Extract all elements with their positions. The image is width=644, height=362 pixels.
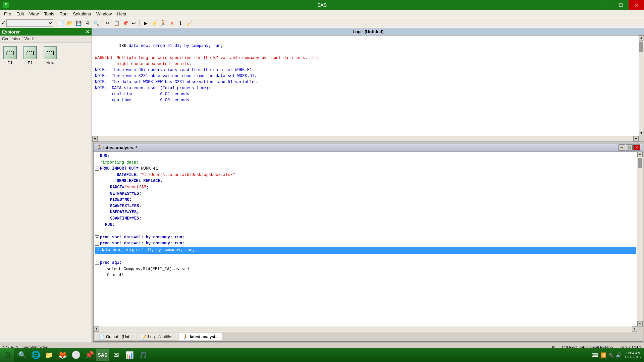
code-line-run2: RUN;: [95, 222, 636, 228]
tray-keyboard-icon[interactable]: ⌨: [592, 352, 598, 358]
copy-button[interactable]: 📋: [112, 19, 120, 27]
menu-view[interactable]: View: [26, 11, 41, 17]
log-scroll-track[interactable]: [639, 41, 644, 131]
log-scroll-down[interactable]: ▼: [639, 131, 644, 136]
tray-volume-icon[interactable]: 🔊: [616, 352, 622, 358]
code-line-dbms: DBMS=EXCEL REPLACE;: [95, 178, 636, 184]
taskbar-chrome[interactable]: ⚪: [69, 349, 82, 361]
log-hscrollbar[interactable]: ◄ ►: [92, 136, 639, 141]
tray-network-icon[interactable]: 📶: [600, 352, 606, 358]
menu-run[interactable]: Run: [57, 11, 70, 17]
taskbar-ie[interactable]: 🌐: [29, 349, 42, 361]
taskbar-sas[interactable]: SAS: [96, 349, 109, 361]
close-button[interactable]: ✕: [629, 0, 644, 10]
taskbar-search[interactable]: 🔍: [16, 349, 29, 361]
new-button[interactable]: 📄: [57, 19, 65, 27]
start-button[interactable]: ⊞: [0, 348, 14, 362]
code-line-mixed: MIXED=NO;: [95, 197, 636, 203]
code-line-data-merge[interactable]: ─ data new; merge e1 d1; by company; run…: [95, 247, 636, 254]
maximize-button[interactable]: □: [613, 0, 629, 10]
menu-file[interactable]: File: [1, 11, 14, 17]
log-vscrollbar[interactable]: ▲ ▼: [639, 36, 644, 136]
code-line-from: from d*: [95, 272, 636, 279]
tab-log[interactable]: 📝 Log - (Untitle...: [137, 333, 178, 341]
menu-help[interactable]: Help: [114, 11, 129, 17]
explorer-close-button[interactable]: ✕: [86, 29, 90, 35]
editor-scroll-down[interactable]: ▼: [637, 321, 643, 326]
editor-maximize[interactable]: □: [626, 144, 633, 150]
editor-scroll-thumb[interactable]: [638, 158, 642, 168]
editor-content[interactable]: RUN; *importing data; ─ PROC IMPORT OUT=…: [94, 152, 643, 332]
log-line-warning1: WARNING: Multiple lengths were specified…: [95, 55, 637, 61]
code-line-usedate: USEDATE=YES;: [95, 209, 636, 216]
log-scroll-right[interactable]: ►: [633, 136, 639, 141]
save-button[interactable]: 💾: [74, 19, 83, 27]
code-line-proc-sql: ─ proc sql;: [95, 260, 636, 266]
editor-minimize[interactable]: ─: [619, 144, 625, 150]
explorer-icon-new[interactable]: 🗃 New: [44, 46, 57, 339]
editor-header: 🏃 latest analysis. * ─ □ ✕: [94, 143, 643, 152]
toolbar-select[interactable]: [6, 19, 53, 27]
editor-hscrollbar[interactable]: ◄ ►: [94, 326, 637, 332]
undo-button[interactable]: ↩: [130, 19, 138, 27]
tray-network-icon2[interactable]: 🔌: [608, 352, 614, 358]
log-scroll-up[interactable]: ▲: [639, 36, 644, 41]
taskbar-app3[interactable]: 🎵: [137, 349, 149, 361]
stop-button[interactable]: ✕: [168, 19, 176, 27]
run-button1[interactable]: ▶: [142, 19, 150, 27]
code-line-cmt: *importing data;: [95, 160, 636, 166]
log-line-note4: NOTE: DATA statement used (Total process…: [95, 85, 637, 91]
menu-edit[interactable]: Edit: [14, 11, 26, 17]
editor-scroll-left[interactable]: ◄: [94, 326, 99, 332]
run-button2[interactable]: ⚡: [150, 19, 158, 27]
menu-solutions[interactable]: Solutions: [70, 11, 94, 17]
log-scroll-left[interactable]: ◄: [92, 136, 98, 141]
windows-taskbar: ⊞ 🔍 🌐 📁 🦊 ⚪ 📌 SAS ✉ 📊 🎵 ⌨ 📶 🔌 🔊 11:04 AM…: [0, 348, 644, 362]
editor-scroll-right[interactable]: ►: [632, 326, 637, 332]
print-button[interactable]: 🖨: [83, 19, 91, 27]
editor-scroll-up[interactable]: ▲: [637, 152, 643, 157]
log-content[interactable]: 186 data new; merge e1 d1; by company; r…: [92, 36, 644, 141]
taskbar-app1[interactable]: 📌: [83, 349, 96, 361]
info-button[interactable]: ℹ: [176, 19, 184, 27]
menu-window[interactable]: Window: [94, 11, 114, 17]
e1-label: E1: [28, 61, 33, 65]
code-line-scantext: SCANTEXT=YES;: [95, 203, 636, 209]
log-line-note1: NOTE: There were 657 observations read f…: [95, 67, 637, 73]
menu-tools[interactable]: Tools: [41, 11, 57, 17]
toolbar-separator-2: [102, 20, 102, 26]
minimize-button[interactable]: ─: [598, 0, 613, 10]
explorer-icon-e1[interactable]: 🗃 E1: [23, 46, 37, 339]
collapse-data-merge[interactable]: ─: [95, 248, 99, 252]
tab-analysis[interactable]: 🏃 latest analysi...: [179, 333, 222, 341]
explorer-icon-d1[interactable]: 🗃 D1: [3, 46, 17, 339]
tab-log-label: Log - (Untitle...: [148, 335, 174, 339]
editor-close[interactable]: ✕: [633, 144, 640, 150]
code-line-blank2: [95, 254, 636, 260]
editor-vscrollbar[interactable]: ▲ ▼: [637, 152, 643, 326]
collapse-proc-sql[interactable]: ─: [95, 261, 99, 265]
open-button[interactable]: 📂: [66, 19, 74, 27]
tab-output[interactable]: 📄 Output - (Unt...: [95, 333, 136, 341]
collapse-sort-d1[interactable]: ─: [95, 235, 99, 239]
code-line-sort-d1: ─ proc sort data=d1; by company; run;: [95, 234, 636, 241]
code-line-blank1: [95, 228, 636, 234]
taskbar-app2[interactable]: 📊: [123, 349, 136, 361]
paste-button[interactable]: 📌: [121, 19, 129, 27]
taskbar-email[interactable]: ✉: [110, 349, 122, 361]
zoom-button[interactable]: 🔍: [92, 19, 100, 27]
tab-analysis-label: latest analysi...: [190, 335, 218, 339]
code-line-sort-e1: ─ proc sort data=e1; by company; run;: [95, 240, 636, 247]
collapse-sort-e1[interactable]: ─: [95, 242, 99, 246]
clear-button[interactable]: 🧹: [185, 19, 193, 27]
editor-scroll-track[interactable]: [637, 157, 643, 321]
new-label: New: [46, 61, 54, 65]
app-title: SAS: [317, 2, 327, 8]
log-scroll-thumb[interactable]: [639, 42, 643, 52]
cut-button[interactable]: ✂: [104, 19, 112, 27]
taskbar-firefox[interactable]: 🦊: [56, 349, 69, 361]
run-icon[interactable]: 🏃: [159, 19, 167, 27]
taskbar-files[interactable]: 📁: [43, 349, 55, 361]
collapse-proc-import[interactable]: ─: [95, 167, 99, 171]
clock[interactable]: 11:04 AM 12/7/2016: [624, 351, 641, 359]
